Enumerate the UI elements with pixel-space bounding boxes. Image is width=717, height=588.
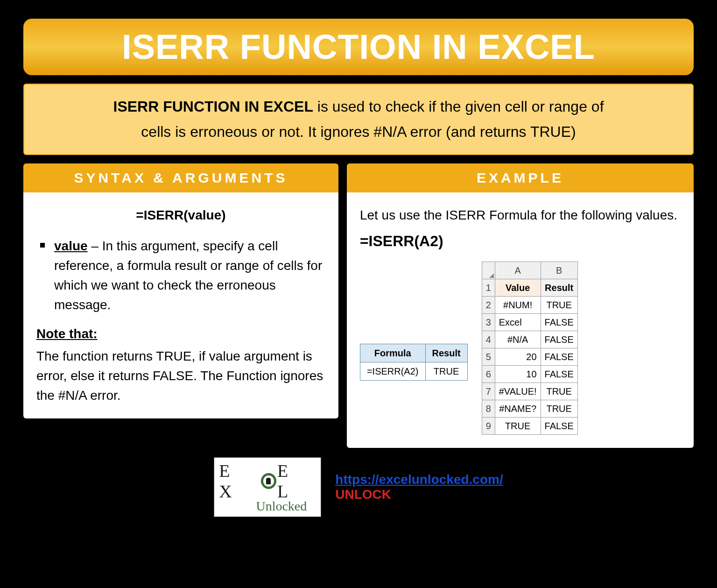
- footer: E X E L Unlocked https://excelunlocked.c…: [23, 457, 694, 517]
- intro-text-1: is used to check if the given cell or ra…: [313, 98, 604, 115]
- grid-cell-value: 20: [495, 348, 541, 365]
- note-heading: Note that:: [36, 324, 325, 344]
- grid-cell-result: FALSE: [541, 348, 577, 365]
- row-1-head: 1: [482, 279, 495, 296]
- grid-cell-result: TRUE: [541, 383, 577, 400]
- syntax-formula: =ISERR(value): [36, 205, 325, 225]
- syntax-column: SYNTAX & ARGUMENTS =ISERR(value) value –…: [23, 163, 338, 448]
- logo-excel-text: E X E L: [219, 460, 316, 502]
- intro-bold: ISERR FUNCTION IN EXCEL: [113, 98, 313, 115]
- ft-cell-result: TRUE: [425, 362, 467, 380]
- intro-box: ISERR FUNCTION IN EXCEL is used to check…: [23, 84, 694, 155]
- argument-desc: – In this argument, specify a cell refer…: [54, 239, 322, 312]
- example-formula: =ISERR(A2): [360, 230, 681, 252]
- col-b-header: B: [541, 262, 577, 279]
- grid-cell-value: #VALUE!: [495, 383, 541, 400]
- ft-header-result: Result: [425, 344, 467, 362]
- grid-header-value: Value: [495, 279, 541, 296]
- logo-unlocked-text: Unlocked: [256, 499, 307, 514]
- logo-keyhole-icon: [261, 473, 276, 489]
- ft-cell-formula: =ISERR(A2): [360, 362, 425, 380]
- formula-result-table: Formula Result =ISERR(A2) TRUE: [360, 344, 468, 381]
- columns: SYNTAX & ARGUMENTS =ISERR(value) value –…: [23, 163, 694, 448]
- row-head: 8: [482, 400, 495, 417]
- argument-name: value: [54, 239, 88, 253]
- example-intro: Let us use the ISERR Formula for the fol…: [360, 205, 681, 225]
- grid-cell-result: FALSE: [541, 417, 577, 434]
- row-head: 4: [482, 331, 495, 348]
- syntax-body: =ISERR(value) value – In this argument, …: [23, 192, 338, 418]
- excel-grid: A B 1 Value Result 2#NUM!TRUE3ExcelFALSE…: [482, 262, 578, 435]
- grid-corner: [482, 262, 495, 279]
- page-title: ISERR FUNCTION IN EXCEL: [37, 27, 680, 67]
- footer-links: https://excelunlocked.com/ UNLOCK: [335, 472, 503, 502]
- footer-url[interactable]: https://excelunlocked.com/: [335, 472, 503, 487]
- logo: E X E L Unlocked: [214, 457, 321, 517]
- row-head: 5: [482, 348, 495, 365]
- grid-cell-result: TRUE: [541, 400, 577, 417]
- row-head: 9: [482, 417, 495, 434]
- grid-cell-result: FALSE: [541, 313, 577, 331]
- grid-cell-value: #NAME?: [495, 400, 541, 417]
- grid-cell-value: 10: [495, 365, 541, 383]
- grid-cell-value: #NUM!: [495, 296, 541, 313]
- example-header: EXAMPLE: [347, 163, 694, 192]
- intro-text-2: cells is erroneous or not. It ignores #N…: [141, 123, 576, 140]
- col-a-header: A: [495, 262, 541, 279]
- row-head: 2: [482, 296, 495, 313]
- example-body: Let us use the ISERR Formula for the fol…: [347, 192, 694, 448]
- example-column: EXAMPLE Let us use the ISERR Formula for…: [347, 163, 694, 448]
- grid-header-result: Result: [541, 279, 577, 296]
- syntax-header: SYNTAX & ARGUMENTS: [23, 163, 338, 192]
- argument-bullet: value – In this argument, specify a cell…: [36, 236, 325, 315]
- bullet-icon: [40, 243, 45, 248]
- grid-cell-result: TRUE: [541, 296, 577, 313]
- argument-text: value – In this argument, specify a cell…: [54, 236, 325, 315]
- row-head: 6: [482, 365, 495, 383]
- grid-cell-result: FALSE: [541, 365, 577, 383]
- ft-header-formula: Formula: [360, 344, 425, 362]
- row-head: 7: [482, 383, 495, 400]
- title-banner: ISERR FUNCTION IN EXCEL: [23, 19, 694, 75]
- grid-cell-value: TRUE: [495, 417, 541, 434]
- grid-cell-value: Excel: [495, 313, 541, 331]
- row-head: 3: [482, 313, 495, 331]
- footer-unlock: UNLOCK: [335, 487, 391, 502]
- grid-cell-result: FALSE: [541, 331, 577, 348]
- note-body: The function returns TRUE, if value argu…: [36, 347, 325, 405]
- grid-cell-value: #N/A: [495, 331, 541, 348]
